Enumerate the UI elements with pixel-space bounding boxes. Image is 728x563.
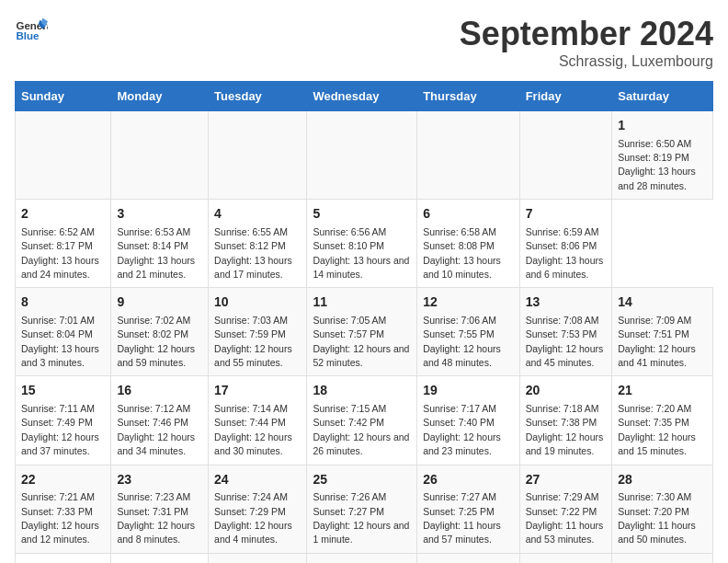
day-info: Sunrise: 6:50 AMSunset: 8:19 PMDaylight:… — [618, 138, 696, 191]
table-row: 9Sunrise: 7:02 AMSunset: 8:02 PMDaylight… — [111, 288, 209, 376]
table-row — [209, 111, 307, 200]
day-number: 22 — [21, 471, 105, 489]
table-row: 11Sunrise: 7:05 AMSunset: 7:57 PMDayligh… — [307, 288, 417, 376]
table-row: 12Sunrise: 7:06 AMSunset: 7:55 PMDayligh… — [417, 288, 519, 376]
day-number: 23 — [117, 471, 202, 489]
day-number: 9 — [117, 293, 202, 312]
table-row: 30Sunrise: 7:33 AMSunset: 7:16 PMDayligh… — [111, 553, 209, 563]
day-info: Sunrise: 7:21 AMSunset: 7:33 PMDaylight:… — [21, 491, 99, 545]
table-row: 27Sunrise: 7:29 AMSunset: 7:22 PMDayligh… — [519, 465, 612, 553]
day-number: 20 — [526, 382, 607, 400]
calendar-week-row: 1Sunrise: 6:50 AMSunset: 8:19 PMDaylight… — [16, 111, 713, 200]
table-row: 21Sunrise: 7:20 AMSunset: 7:35 PMDayligh… — [612, 376, 713, 465]
day-info: Sunrise: 6:58 AMSunset: 8:08 PMDaylight:… — [423, 226, 501, 280]
day-info: Sunrise: 7:02 AMSunset: 8:02 PMDaylight:… — [117, 315, 195, 368]
table-row: 1Sunrise: 6:50 AMSunset: 8:19 PMDaylight… — [612, 111, 713, 200]
table-row: 15Sunrise: 7:11 AMSunset: 7:49 PMDayligh… — [16, 376, 111, 465]
day-number: 30 — [117, 559, 202, 563]
header-friday: Friday — [519, 82, 612, 111]
day-info: Sunrise: 7:23 AMSunset: 7:31 PMDaylight:… — [117, 491, 195, 545]
day-info: Sunrise: 7:12 AMSunset: 7:46 PMDaylight:… — [117, 403, 195, 456]
day-info: Sunrise: 7:03 AMSunset: 7:59 PMDaylight:… — [214, 315, 292, 368]
header-saturday: Saturday — [612, 82, 713, 111]
table-row — [612, 553, 713, 563]
day-number: 8 — [21, 293, 105, 312]
day-number: 6 — [423, 205, 513, 224]
table-row: 17Sunrise: 7:14 AMSunset: 7:44 PMDayligh… — [209, 376, 307, 465]
logo-icon: General Blue — [15, 15, 48, 48]
day-info: Sunrise: 7:29 AMSunset: 7:22 PMDaylight:… — [526, 491, 604, 545]
logo: General Blue — [15, 15, 48, 48]
table-row: 19Sunrise: 7:17 AMSunset: 7:40 PMDayligh… — [417, 376, 519, 465]
day-info: Sunrise: 7:27 AMSunset: 7:25 PMDaylight:… — [423, 491, 501, 545]
header-wednesday: Wednesday — [307, 82, 417, 111]
day-number: 29 — [21, 559, 105, 563]
day-number: 15 — [21, 382, 105, 400]
day-info: Sunrise: 7:30 AMSunset: 7:20 PMDaylight:… — [618, 491, 696, 545]
day-info: Sunrise: 7:09 AMSunset: 7:51 PMDaylight:… — [618, 315, 696, 368]
header-tuesday: Tuesday — [209, 82, 307, 111]
table-row: 23Sunrise: 7:23 AMSunset: 7:31 PMDayligh… — [111, 465, 209, 553]
calendar-week-row: 15Sunrise: 7:11 AMSunset: 7:49 PMDayligh… — [16, 376, 713, 465]
calendar-week-row: 22Sunrise: 7:21 AMSunset: 7:33 PMDayligh… — [16, 465, 713, 553]
day-info: Sunrise: 6:52 AMSunset: 8:17 PMDaylight:… — [21, 226, 99, 280]
day-info: Sunrise: 7:08 AMSunset: 7:53 PMDaylight:… — [526, 315, 604, 368]
day-number: 2 — [21, 205, 105, 224]
calendar-week-row: 2Sunrise: 6:52 AMSunset: 8:17 PMDaylight… — [16, 200, 713, 288]
day-info: Sunrise: 6:55 AMSunset: 8:12 PMDaylight:… — [214, 226, 292, 280]
table-row — [16, 111, 111, 200]
day-info: Sunrise: 6:53 AMSunset: 8:14 PMDaylight:… — [117, 226, 195, 280]
day-number: 3 — [117, 205, 202, 224]
calendar-header-row: Sunday Monday Tuesday Wednesday Thursday… — [16, 82, 713, 111]
table-row — [417, 553, 519, 563]
table-row: 6Sunrise: 6:58 AMSunset: 8:08 PMDaylight… — [417, 200, 519, 288]
table-row — [519, 111, 612, 200]
day-info: Sunrise: 7:26 AMSunset: 7:27 PMDaylight:… — [313, 491, 409, 545]
table-row: 3Sunrise: 6:53 AMSunset: 8:14 PMDaylight… — [111, 200, 209, 288]
day-number: 5 — [313, 205, 411, 224]
calendar-table: Sunday Monday Tuesday Wednesday Thursday… — [15, 81, 713, 563]
day-info: Sunrise: 7:01 AMSunset: 8:04 PMDaylight:… — [21, 315, 99, 368]
day-info: Sunrise: 7:18 AMSunset: 7:38 PMDaylight:… — [526, 403, 604, 456]
page-header: General Blue September 2024 Schrassig, L… — [15, 15, 713, 70]
calendar-week-row: 8Sunrise: 7:01 AMSunset: 8:04 PMDaylight… — [16, 288, 713, 376]
day-info: Sunrise: 7:14 AMSunset: 7:44 PMDaylight:… — [214, 403, 292, 456]
day-number: 10 — [214, 293, 301, 312]
day-info: Sunrise: 7:17 AMSunset: 7:40 PMDaylight:… — [423, 403, 501, 456]
day-info: Sunrise: 6:59 AMSunset: 8:06 PMDaylight:… — [526, 226, 604, 280]
table-row: 5Sunrise: 6:56 AMSunset: 8:10 PMDaylight… — [307, 200, 417, 288]
day-number: 27 — [526, 471, 607, 489]
day-info: Sunrise: 7:05 AMSunset: 7:57 PMDaylight:… — [313, 315, 409, 368]
day-info: Sunrise: 7:11 AMSunset: 7:49 PMDaylight:… — [21, 403, 99, 456]
table-row — [307, 553, 417, 563]
table-row: 29Sunrise: 7:32 AMSunset: 7:18 PMDayligh… — [16, 553, 111, 563]
day-info: Sunrise: 7:20 AMSunset: 7:35 PMDaylight:… — [618, 403, 696, 456]
header-sunday: Sunday — [16, 82, 111, 111]
table-row: 24Sunrise: 7:24 AMSunset: 7:29 PMDayligh… — [209, 465, 307, 553]
calendar-week-row: 29Sunrise: 7:32 AMSunset: 7:18 PMDayligh… — [16, 553, 713, 563]
table-row: 22Sunrise: 7:21 AMSunset: 7:33 PMDayligh… — [16, 465, 111, 553]
day-number: 19 — [423, 382, 513, 400]
table-row: 10Sunrise: 7:03 AMSunset: 7:59 PMDayligh… — [209, 288, 307, 376]
table-row: 25Sunrise: 7:26 AMSunset: 7:27 PMDayligh… — [307, 465, 417, 553]
table-row — [417, 111, 519, 200]
table-row — [111, 111, 209, 200]
day-number: 25 — [313, 471, 411, 489]
day-number: 12 — [423, 293, 513, 312]
day-number: 24 — [214, 471, 301, 489]
day-info: Sunrise: 7:06 AMSunset: 7:55 PMDaylight:… — [423, 315, 501, 368]
table-row — [307, 111, 417, 200]
day-number: 28 — [618, 471, 707, 489]
table-row — [519, 553, 612, 563]
header-thursday: Thursday — [417, 82, 519, 111]
day-number: 16 — [117, 382, 202, 400]
day-number: 4 — [214, 205, 301, 224]
day-number: 11 — [313, 293, 411, 312]
table-row: 16Sunrise: 7:12 AMSunset: 7:46 PMDayligh… — [111, 376, 209, 465]
table-row: 2Sunrise: 6:52 AMSunset: 8:17 PMDaylight… — [16, 200, 111, 288]
title-block: September 2024 Schrassig, Luxembourg — [460, 15, 713, 70]
table-row — [209, 553, 307, 563]
day-number: 7 — [526, 205, 607, 224]
svg-text:Blue: Blue — [16, 30, 40, 41]
day-number: 17 — [214, 382, 301, 400]
